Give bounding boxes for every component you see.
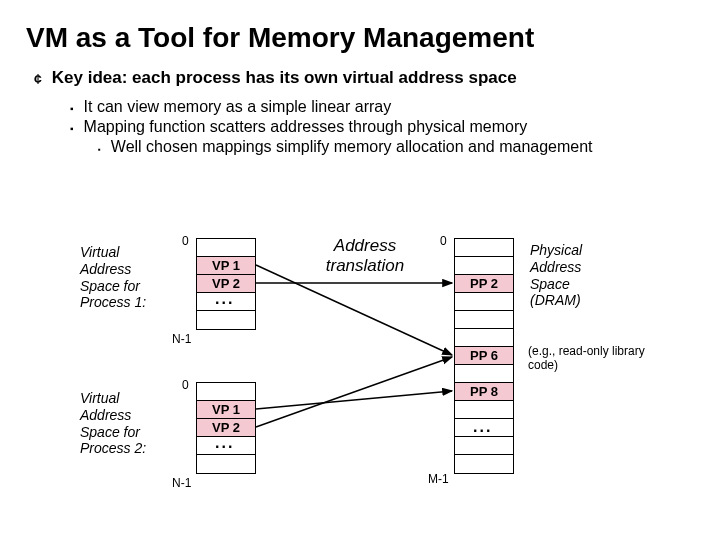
table-cell-pp2: PP 2 — [455, 275, 513, 293]
bullet-text: Well chosen mappings simplify memory all… — [111, 138, 593, 156]
label-address-translation: Address translation — [310, 236, 420, 277]
svg-line-3 — [256, 357, 452, 427]
bullet-marker — [70, 118, 74, 136]
table-cell — [455, 401, 513, 419]
table-vas1: VP 1 VP 2 — [196, 238, 256, 330]
table-cell-pp6: PP 6 — [455, 347, 513, 365]
label-note: (e.g., read-only library code) — [528, 344, 658, 373]
bullet-sub-1: It can view memory as a simple linear ar… — [70, 96, 720, 116]
table-vas2: VP 1 VP 2 — [196, 382, 256, 474]
slide-title: VM as a Tool for Memory Management — [0, 0, 720, 54]
table-cell — [455, 293, 513, 311]
bullet-marker: ¢ — [34, 68, 42, 90]
bullet-sub-2: Mapping function scatters addresses thro… — [70, 116, 720, 136]
bullet-sub-3: Well chosen mappings simplify memory all… — [70, 136, 720, 156]
table-cell-vp1: VP 1 — [197, 257, 255, 275]
tick-m1: M-1 — [428, 472, 449, 486]
table-cell-vp1b: VP 1 — [197, 401, 255, 419]
table-cell — [455, 365, 513, 383]
table-cell — [197, 311, 255, 329]
table-cell — [455, 311, 513, 329]
table-physical: PP 2 PP 6 PP 8 — [454, 238, 514, 474]
table-cell — [455, 329, 513, 347]
diagram: VirtualAddressSpace forProcess 1: 0 VP 1… — [0, 218, 720, 538]
table-cell — [455, 455, 513, 473]
table-cell-pp8: PP 8 — [455, 383, 513, 401]
tick-n1-p1: N-1 — [172, 332, 191, 346]
tick-zero-p2: 0 — [182, 378, 189, 392]
tick-zero-phys: 0 — [440, 234, 447, 248]
table-cell — [197, 455, 255, 473]
bullet-marker — [98, 138, 101, 156]
table-cell — [197, 239, 255, 257]
bullet-marker — [70, 98, 74, 116]
table-cell — [455, 257, 513, 275]
label-vas1: VirtualAddressSpace forProcess 1: — [80, 244, 170, 311]
table-cell — [455, 437, 513, 455]
bullet-text: Mapping function scatters addresses thro… — [84, 118, 528, 136]
bullet-key-idea: ¢ Key idea: each process has its own vir… — [34, 68, 720, 90]
svg-line-0 — [256, 265, 452, 355]
dots-phys: ... — [473, 418, 492, 436]
tick-zero-p1: 0 — [182, 234, 189, 248]
label-vas2: VirtualAddressSpace forProcess 2: — [80, 390, 170, 457]
bullet-list: ¢ Key idea: each process has its own vir… — [0, 54, 720, 156]
bullet-text: It can view memory as a simple linear ar… — [84, 98, 392, 116]
table-cell — [455, 239, 513, 257]
dots-p1: ... — [215, 290, 234, 308]
dots-p2: ... — [215, 434, 234, 452]
bullet-text: Key idea: each process has its own virtu… — [52, 68, 517, 88]
svg-line-2 — [256, 391, 452, 409]
label-pas: PhysicalAddressSpace(DRAM) — [530, 242, 620, 309]
table-cell — [197, 383, 255, 401]
tick-n1-p2: N-1 — [172, 476, 191, 490]
